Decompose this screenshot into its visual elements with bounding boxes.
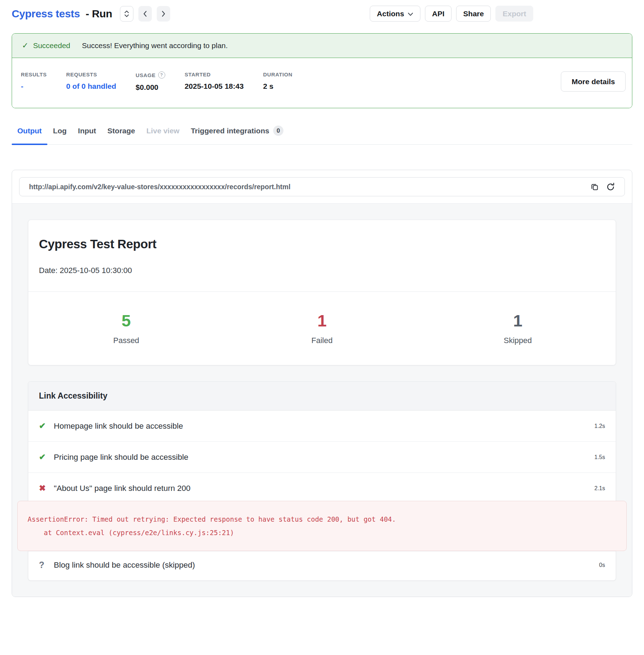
stat-label: DURATION	[263, 71, 293, 77]
previous-run-button[interactable]	[138, 6, 152, 22]
run-stats-row: RESULTS - REQUESTS 0 of 0 handled USAGE …	[12, 58, 632, 108]
success-banner: ✓ Succeeded Success! Everything went acc…	[12, 34, 632, 58]
record-url-row: http://api.apify.com/v2/key-value-stores…	[12, 170, 632, 203]
page-title-suffix: - Run	[86, 8, 112, 19]
stat-requests: REQUESTS 0 of 0 handled	[66, 71, 116, 91]
passed-check-icon: ✔	[39, 421, 54, 431]
chevron-up-down-icon	[124, 10, 130, 18]
tab-triggered-integrations[interactable]: Triggered integrations 0	[185, 125, 289, 144]
test-row-pricing: ✔ Pricing page link should be accessible…	[28, 441, 616, 473]
failed-count: 1	[224, 311, 420, 330]
output-card: http://api.apify.com/v2/key-value-stores…	[12, 170, 632, 597]
export-button[interactable]: Export	[495, 6, 533, 22]
integrations-count-badge: 0	[273, 126, 283, 136]
stat-duration: DURATION 2 s	[263, 71, 293, 91]
actor-title-link[interactable]: Cypress tests	[12, 8, 80, 19]
stat-label: USAGE ?	[136, 71, 165, 79]
stat-value[interactable]: -	[21, 82, 47, 91]
record-url[interactable]: http://api.apify.com/v2/key-value-stores…	[29, 183, 291, 191]
error-line-1: AssertionError: Timed out retrying: Expe…	[28, 512, 616, 526]
top-header: Cypress tests - Run Actions	[12, 6, 632, 22]
more-details-button[interactable]: More details	[561, 71, 626, 92]
tab-log[interactable]: Log	[47, 125, 72, 144]
api-button[interactable]: API	[425, 6, 452, 22]
copy-icon[interactable]	[590, 182, 599, 191]
check-icon: ✓	[22, 41, 28, 50]
test-duration: 1.5s	[594, 454, 605, 460]
stat-label: RESULTS	[21, 71, 47, 77]
summary-counters: 5 Passed 1 Failed 1 Skipped	[28, 291, 616, 365]
report-summary-card: Cypress Test Report Date: 2025-10-05 10:…	[28, 220, 616, 365]
run-selector-button[interactable]	[120, 6, 133, 22]
stat-usage: USAGE ? $0.000	[136, 71, 165, 92]
header-actions: Actions API Share Export	[370, 6, 533, 22]
page: Cypress tests - Run Actions	[0, 0, 644, 597]
run-navigation	[120, 6, 170, 22]
summary-failed: 1 Failed	[224, 311, 420, 345]
tab-live-view: Live view	[141, 125, 185, 144]
error-line-2: at Context.eval (cypress/e2e/links.cy.js…	[28, 526, 616, 539]
refresh-icon[interactable]	[606, 182, 615, 191]
run-tabs: Output Log Input Storage Live view Trigg…	[12, 125, 632, 145]
skipped-count: 1	[420, 311, 616, 330]
passed-label: Passed	[28, 336, 224, 345]
test-name: Blog link should be accessible (skipped)	[54, 561, 195, 570]
page-title: Cypress tests - Run	[12, 8, 112, 20]
test-row-about-us: ✖ "About Us" page link should return 200…	[28, 473, 616, 497]
usage-info-icon[interactable]: ?	[158, 71, 165, 79]
report-date: Date: 2025-10-05 10:30:00	[39, 266, 605, 275]
test-duration: 2.1s	[594, 485, 605, 492]
stat-results: RESULTS -	[21, 71, 47, 91]
chevron-left-icon	[143, 10, 148, 17]
stat-label: STARTED	[185, 71, 244, 77]
tab-storage[interactable]: Storage	[102, 125, 141, 144]
status-succeeded: ✓ Succeeded	[22, 41, 70, 50]
tab-input[interactable]: Input	[72, 125, 102, 144]
tab-output[interactable]: Output	[12, 125, 47, 144]
assertion-error-box: AssertionError: Timed out retrying: Expe…	[17, 501, 627, 551]
stat-label-text: USAGE	[136, 72, 155, 78]
stat-value: $0.000	[136, 83, 165, 92]
status-message: Success! Everything went according to pl…	[82, 41, 228, 50]
next-run-button[interactable]	[157, 6, 170, 22]
tab-label: Triggered integrations	[191, 127, 269, 135]
chevron-right-icon	[161, 10, 166, 17]
share-button[interactable]: Share	[456, 6, 491, 22]
skipped-question-icon: ?	[39, 560, 54, 570]
report-iframe-area: Cypress Test Report Date: 2025-10-05 10:…	[12, 203, 632, 597]
passed-count: 5	[28, 311, 224, 330]
passed-check-icon: ✔	[39, 452, 54, 462]
test-duration: 0s	[599, 562, 605, 568]
actions-button[interactable]: Actions	[370, 6, 420, 22]
run-status-box: ✓ Succeeded Success! Everything went acc…	[12, 33, 632, 108]
report-title: Cypress Test Report	[39, 237, 605, 251]
test-row-blog: ? Blog link should be accessible (skippe…	[28, 551, 616, 580]
test-row-homepage: ✔ Homepage link should be accessible 1.2…	[28, 411, 616, 441]
summary-passed: 5 Passed	[28, 311, 224, 345]
summary-skipped: 1 Skipped	[420, 311, 616, 345]
stat-started: STARTED 2025-10-05 18:43	[185, 71, 244, 91]
url-actions	[590, 182, 615, 191]
suite-card: Link Accessibility ✔ Homepage link shoul…	[28, 381, 616, 581]
chevron-down-icon	[408, 10, 413, 18]
actions-button-label: Actions	[377, 10, 404, 18]
failed-x-icon: ✖	[39, 483, 54, 493]
report-header: Cypress Test Report Date: 2025-10-05 10:…	[28, 220, 616, 291]
status-label: Succeeded	[33, 41, 70, 50]
failed-label: Failed	[224, 336, 420, 345]
suite-title: Link Accessibility	[28, 382, 616, 411]
test-name: Pricing page link should be accessible	[54, 453, 188, 462]
stat-label: REQUESTS	[66, 71, 116, 77]
test-name: "About Us" page link should return 200	[54, 484, 190, 493]
stat-value: 2 s	[263, 82, 293, 91]
record-url-bar: http://api.apify.com/v2/key-value-stores…	[19, 177, 625, 196]
stat-value: 2025-10-05 18:43	[185, 82, 244, 91]
stat-value[interactable]: 0 of 0 handled	[66, 82, 116, 91]
skipped-label: Skipped	[420, 336, 616, 345]
test-duration: 1.2s	[594, 423, 605, 429]
test-name: Homepage link should be accessible	[54, 422, 183, 431]
